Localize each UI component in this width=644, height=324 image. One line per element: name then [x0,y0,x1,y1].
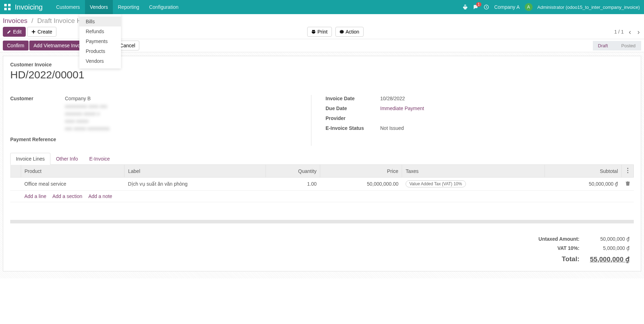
totals-untaxed-row: Untaxed Amount: 50,000,000 ₫ [535,235,633,243]
th-quantity[interactable]: Quantity [266,165,320,178]
svg-rect-0 [4,4,7,6]
nav-item-configuration[interactable]: Configuration [144,0,183,14]
add-section-link[interactable]: Add a section [52,193,82,199]
cell-product[interactable]: Office meal service [21,178,124,191]
print-button[interactable]: Print [307,27,332,37]
dropdown-item-products[interactable]: Products [79,46,121,56]
status-right: Draft Posted [593,41,641,50]
edit-button[interactable]: Edit [3,27,26,37]
action-label: Action [346,29,359,35]
provider-value [380,115,634,115]
totals-vat-row: VAT 10%: 5,000,000 ₫ [535,244,633,252]
total-label: Total: [535,253,583,265]
status-stage-posted[interactable]: Posted [614,41,641,50]
add-line-link[interactable]: Add a line [24,193,46,199]
horizontal-scrollbar[interactable] [10,220,634,223]
form-sheet: Customer Invoice HD/2022/00001 Customer … [3,56,641,271]
totals-total-row: Total: 55,000,000 ₫ [535,253,633,265]
th-handle [10,165,21,178]
kebab-icon[interactable] [627,169,628,174]
sheet-background: Customer Invoice HD/2022/00001 Customer … [0,52,644,278]
total-value: 55,000,000 ₫ [584,253,633,265]
tab-e-invoice[interactable]: E-Invoice [84,153,115,165]
einvoice-status-label: E-Invoice Status [326,125,380,131]
customer-address: xxxxxxxxx xxxx xxx xxxxxxx xxxxx x xxxx … [65,103,311,132]
field-einvoice-status: E-Invoice Status Not Issued [326,125,634,131]
status-stage-draft[interactable]: Draft [593,41,613,50]
untaxed-value: 50,000,000 ₫ [584,235,633,243]
row-handle[interactable] [10,178,21,191]
th-price[interactable]: Price [320,165,402,178]
nav-item-reporting[interactable]: Reporting [113,0,144,14]
pager-text[interactable]: 1 / 1 [614,29,624,35]
due-date-label: Due Date [326,105,380,111]
cell-taxes[interactable]: Value Added Tax (VAT) 10% [402,178,545,191]
dropdown-item-vendors[interactable]: Vendors [79,56,121,66]
discuss-badge: 1 [476,2,482,7]
vendors-dropdown: Bills Refunds Payments Products Vendors [79,14,121,68]
due-date-value[interactable]: Immediate Payment [380,105,634,111]
dropdown-item-payments[interactable]: Payments [79,36,121,46]
form-fields-row: Customer Company B xxxxxxxxx xxxx xxx xx… [10,95,634,146]
pager-prev-icon[interactable]: ‹ [627,28,633,36]
form-col-right: Invoice Date 10/28/2022 Due Date Immedia… [326,95,634,146]
th-subtotal[interactable]: Subtotal [545,165,621,178]
apps-icon[interactable] [4,4,11,10]
tax-pill: Value Added Tax (VAT) 10% [406,180,466,187]
create-button[interactable]: Create [27,27,56,37]
nav-menu: Customers Vendors Reporting Configuratio… [51,0,183,14]
th-label[interactable]: Label [124,165,266,178]
print-icon [311,30,316,34]
pager-next-icon[interactable]: › [636,28,641,36]
table-empty-row [10,202,634,213]
trash-icon[interactable] [625,181,630,187]
row-actions: Add a line Add a section Add a note [21,191,634,202]
th-taxes[interactable]: Taxes [402,165,545,178]
table-row[interactable]: Office meal service Dịch vụ suất ăn văn … [10,178,634,191]
cell-quantity[interactable]: 1.00 [266,178,320,191]
customer-link[interactable]: Company B [65,96,91,101]
company-switcher[interactable]: Company A [494,4,520,10]
vat-value: 5,000,000 ₫ [584,244,633,252]
tab-invoice-lines[interactable]: Invoice Lines [10,153,50,165]
nav-item-customers[interactable]: Customers [51,0,85,14]
action-button[interactable]: Action [335,27,364,37]
activity-icon[interactable] [484,4,489,10]
provider-label: Provider [326,115,380,121]
payment-reference-value [65,136,311,137]
invoice-date-value: 10/28/2022 [380,95,634,101]
field-due-date: Due Date Immediate Payment [326,105,634,111]
pencil-icon [7,30,11,34]
tabs: Invoice Lines Other Info E-Invoice [10,153,634,165]
cp-center: Print Action [56,27,614,37]
address-line: xxxxxxx xxxxx x [65,110,311,118]
app-title[interactable]: Invoicing [15,3,43,11]
discuss-icon[interactable]: 1 [473,4,479,10]
bug-icon[interactable] [462,4,468,10]
breadcrumb-separator: / [31,17,33,24]
th-product[interactable]: Product [21,165,124,178]
cell-price[interactable]: 50,000,000.00 [320,178,402,191]
nav-right: 1 Company A A Administrator (odoo15_to_i… [462,3,640,11]
invoice-date-label: Invoice Date [326,95,380,101]
svg-rect-2 [4,8,7,10]
confirm-button[interactable]: Confirm [3,41,29,50]
cell-delete[interactable] [622,178,634,191]
cell-subtotal[interactable]: 50,000,000 ₫ [545,178,621,191]
plus-icon [31,30,36,34]
dropdown-item-refunds[interactable]: Refunds [79,26,121,36]
dropdown-item-bills[interactable]: Bills [79,17,121,26]
cell-label[interactable]: Dịch vụ suất ăn văn phòng [124,178,266,191]
breadcrumb-root[interactable]: Invoices [3,17,28,24]
create-label: Create [37,29,52,35]
print-label: Print [317,29,328,35]
tab-other-info[interactable]: Other Info [50,153,84,165]
user-menu[interactable]: Administrator (odoo15_to_inter_company_i… [537,5,640,10]
nav-item-vendors[interactable]: Vendors [85,0,113,14]
add-note-link[interactable]: Add a note [88,193,112,199]
th-options[interactable] [622,165,634,178]
field-customer: Customer Company B xxxxxxxxx xxxx xxx xx… [10,95,311,132]
svg-point-5 [627,168,628,169]
user-avatar[interactable]: A [525,3,533,11]
table-actions-row: Add a line Add a section Add a note [10,191,634,202]
